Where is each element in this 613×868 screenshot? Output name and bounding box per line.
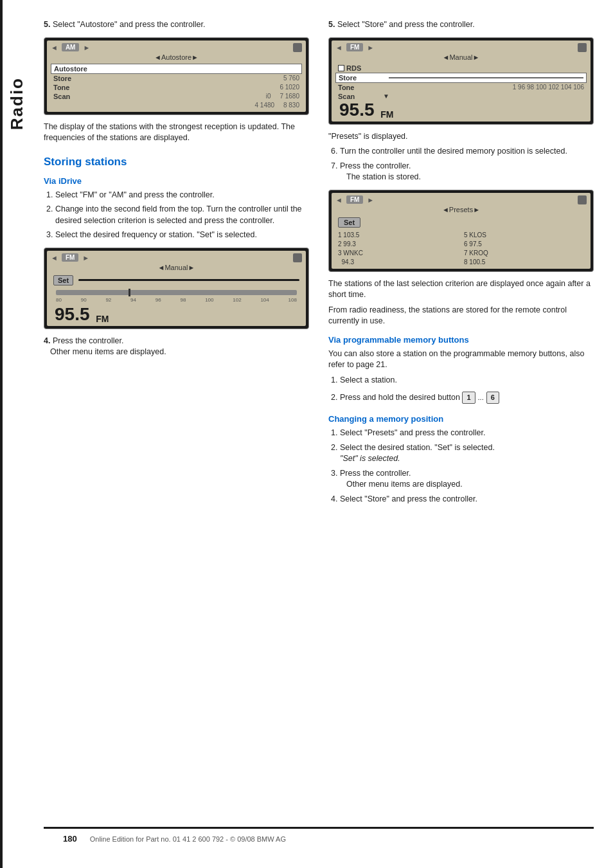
am-menu-scan: Scan i0 7 1680 xyxy=(51,92,302,101)
presets-screen: ◄ FM ► ◄ Presets ► Set xyxy=(328,190,594,272)
fm-band-label: FM xyxy=(62,253,78,262)
fm-store-subtitle: ◄ Manual ► xyxy=(335,53,587,61)
preset-7: 7 KROQ xyxy=(461,249,587,257)
presets-subtitle: ◄ Presets ► xyxy=(335,206,587,213)
changing-memory-heading: Changing a memory position xyxy=(328,414,594,424)
sidebar: Radio xyxy=(0,0,31,868)
sidebar-label: Radio xyxy=(7,77,27,130)
am-screen: ◄ AM ► ◄ Autostore ► Autostore xyxy=(44,37,309,115)
fm-manual-screen: ◄ FM ► ◄ Manual ► Set xyxy=(44,248,309,329)
button-mockup: 1 ... 6 xyxy=(462,392,499,404)
main-content: 5. Select "Autostore" and press the cont… xyxy=(31,0,613,868)
section-storing-stations: Storing stations xyxy=(44,156,309,168)
right-steps-6-7: Turn the controller until the desired me… xyxy=(328,146,594,183)
right-desc3: From radio readiness, the stations are s… xyxy=(328,305,594,327)
fm-set-label: Set xyxy=(53,275,73,285)
two-col-layout: 5. Select "Autostore" and press the cont… xyxy=(44,19,594,814)
preset-3: 3 WNKC xyxy=(335,249,461,257)
fm-freq-labels: 80 90 92 94 96 98 100 102 104 108 xyxy=(53,297,299,303)
fm-store-big-freq: 95.5 FM xyxy=(335,101,587,119)
button-1: 1 xyxy=(462,392,475,404)
changing-step3: Press the controller. Other menu items a… xyxy=(340,468,594,491)
presets-shown-text: "Presets" is displayed. xyxy=(328,131,594,143)
page-footer: 180 Online Edition for Part no. 01 41 2 … xyxy=(44,827,594,849)
fm-store-tone: Tone 1 96 98 100 102 104 106 xyxy=(335,83,587,92)
am-corner-icon xyxy=(293,43,302,52)
fm-store-band-label: FM xyxy=(346,43,363,51)
preset-5: 5 KLOS xyxy=(461,231,587,239)
via-prog-step2: Press and hold the desired button 1 ... … xyxy=(340,389,594,406)
left-step5: 5. Select "Autostore" and press the cont… xyxy=(44,19,309,31)
preset-8: 8 100.5 xyxy=(461,258,587,266)
right-step5: 5. Select "Store" and press the controll… xyxy=(328,19,594,31)
fm-store-screen-inner: ◄ FM ► ◄ Manual ► R xyxy=(332,41,591,122)
presets-grid: 1 103.5 5 KLOS 2 99.3 6 97.5 3 WNKC 7 KR… xyxy=(335,231,587,266)
fm-store-screen: ◄ FM ► ◄ Manual ► R xyxy=(328,37,594,125)
am-subtitle: ◄ Autostore ► xyxy=(51,53,302,61)
preset-4: 94.3 xyxy=(335,258,461,266)
presets-screen-inner: ◄ FM ► ◄ Presets ► Set xyxy=(332,193,591,269)
presets-corner-icon xyxy=(578,195,587,204)
fm-cursor-bar xyxy=(78,279,299,281)
footer-text: Online Edition for Part no. 01 41 2 600 … xyxy=(90,835,286,843)
via-prog-heading: Via programmable memory buttons xyxy=(328,335,594,345)
via-idrive-step-2: Change into the second field from the to… xyxy=(55,204,309,226)
am-arrow-left: ◄ xyxy=(51,44,58,51)
via-idrive-step-3: Select the desired frequency or station.… xyxy=(55,230,309,241)
preset-1: 1 103.5 xyxy=(335,231,461,239)
fm-store-rds: RDS xyxy=(335,64,587,73)
am-arrow-right: ► xyxy=(83,44,90,51)
left-step4: 4. Press the controller. Other menu item… xyxy=(44,336,309,358)
fm-store-corner-icon xyxy=(578,43,587,52)
am-menu-autostore: Autostore xyxy=(51,64,302,74)
am-menu-store: Store 5 760 xyxy=(51,74,302,83)
page-number: 180 xyxy=(63,834,77,844)
presets-topbar: ◄ FM ► xyxy=(335,195,587,204)
presets-set-label: Set xyxy=(338,217,360,228)
fm-manual-screen-inner: ◄ FM ► ◄ Manual ► Set xyxy=(47,251,306,326)
rds-checkbox xyxy=(338,65,344,71)
via-prog-desc: You can also store a station on the prog… xyxy=(328,348,594,371)
via-idrive-steps-list: Select "FM" or "AM" and press the contro… xyxy=(44,190,309,241)
fm-freq-bar xyxy=(56,290,297,295)
fm-freq-marker xyxy=(129,289,130,296)
button-ellipsis: ... xyxy=(478,393,484,402)
preset-2: 2 99.3 xyxy=(335,240,461,248)
store-bar xyxy=(389,77,583,78)
fm-corner-icon xyxy=(293,253,302,262)
changing-step1: Select "Presets" and press the controlle… xyxy=(340,428,594,439)
am-band-label: AM xyxy=(62,43,80,51)
fm-subtitle: ◄ Manual ► xyxy=(51,264,302,271)
fm-store-topbar: ◄ FM ► xyxy=(335,43,587,52)
fm-set-row: Set xyxy=(51,274,302,287)
presets-band-label: FM xyxy=(346,195,363,204)
button-6: 6 xyxy=(486,392,499,404)
col-left: 5. Select "Autostore" and press the cont… xyxy=(44,19,309,814)
fm-big-freq: 95.5 FM xyxy=(51,303,113,325)
via-prog-step1: Select a station. xyxy=(340,375,594,386)
am-menu-extra: 4 1480 8 830 xyxy=(51,101,302,109)
changing-steps-list: Select "Presets" and press the controlle… xyxy=(328,428,594,505)
via-prog-steps: Select a station. Press and hold the des… xyxy=(328,375,594,407)
changing-step2: Select the desired station. "Set" is sel… xyxy=(340,442,594,465)
left-description: The display of the stations with the str… xyxy=(44,122,309,144)
right-step6: Turn the controller until the desired me… xyxy=(340,146,594,158)
col-right: 5. Select "Store" and press the controll… xyxy=(328,19,594,814)
via-idrive-step-1: Select "FM" or "AM" and press the contro… xyxy=(55,190,309,201)
presets-set-row: Set xyxy=(335,216,587,229)
fm-big-freq-row: 95.5 FM xyxy=(51,305,302,323)
am-screen-inner: ◄ AM ► ◄ Autostore ► Autostore xyxy=(47,41,306,112)
right-desc2: The stations of the last selection crite… xyxy=(328,278,594,301)
am-menu-tone: Tone 6 1020 xyxy=(51,83,302,92)
page-container: Radio 5. Select "Autostore" and press th… xyxy=(0,0,613,868)
am-topbar: ◄ AM ► xyxy=(51,43,302,52)
fm-store-store: Store xyxy=(335,73,587,83)
right-step7: Press the controller. The station is sto… xyxy=(340,161,594,183)
preset-6: 6 97.5 xyxy=(461,240,587,248)
via-idrive-heading: Via iDrive xyxy=(44,176,309,186)
fm-topbar: ◄ FM ► xyxy=(51,253,302,262)
changing-step4: Select "Store" and press the controller. xyxy=(340,494,594,505)
